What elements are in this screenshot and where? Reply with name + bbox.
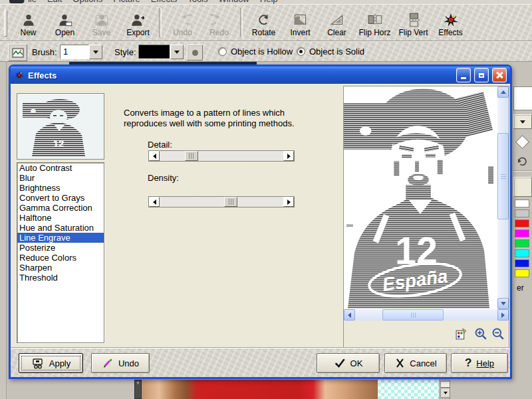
effects-list[interactable]: Auto Contrast Blur Brightness Convert to… <box>17 162 104 343</box>
side-divider <box>513 170 531 172</box>
maximize-button[interactable] <box>474 68 489 82</box>
left-panel-edge <box>0 62 7 399</box>
scroll-down-button[interactable] <box>497 298 509 309</box>
invert-icon <box>292 13 309 27</box>
eraser-tool-icon[interactable] <box>515 135 529 149</box>
scrollbar-thumb[interactable] <box>440 381 450 388</box>
radio-hollow[interactable] <box>218 47 227 56</box>
minimize-button[interactable] <box>456 68 471 82</box>
effects-list-item[interactable]: Blur <box>17 173 104 183</box>
undo-effect-button[interactable]: Undo <box>91 353 150 373</box>
canvas-vertical-scrollbar[interactable] <box>439 380 450 399</box>
save-button[interactable]: Save <box>83 5 120 41</box>
effects-list-item[interactable]: Sharpen <box>17 263 104 273</box>
density-slider-thumb[interactable] <box>224 197 237 207</box>
palette-swatch-white[interactable] <box>515 200 529 207</box>
scroll-up-button[interactable] <box>497 86 509 98</box>
image-tool-button[interactable] <box>8 44 27 61</box>
detail-slider-thumb[interactable] <box>185 151 198 161</box>
palette-swatch-blue[interactable] <box>515 259 529 267</box>
flip-vert-button[interactable]: Flip Vert <box>394 5 432 41</box>
effects-button[interactable]: Effects <box>432 5 469 41</box>
palette-swatch-gray[interactable] <box>515 209 529 217</box>
brush-dropdown-button[interactable] <box>89 45 102 59</box>
palette-swatch-green[interactable] <box>515 239 529 247</box>
scroll-right-button[interactable] <box>497 309 509 321</box>
style-dropdown-button[interactable] <box>170 45 184 59</box>
flip-vert-label: Flip Vert <box>398 29 428 37</box>
effects-list-item-selected[interactable]: Line Engrave <box>17 233 104 243</box>
density-slider[interactable] <box>148 196 295 207</box>
effects-label: Effects <box>438 29 462 37</box>
scroll-down-button[interactable] <box>440 388 450 398</box>
chevron-down-icon <box>520 120 525 124</box>
density-decrease-button[interactable] <box>149 197 160 207</box>
redo-button[interactable]: Redo <box>201 5 237 41</box>
zoom-out-icon[interactable] <box>491 327 505 340</box>
open-button[interactable]: Open <box>47 5 83 41</box>
detail-increase-button[interactable] <box>283 151 294 161</box>
flip-horz-label: Flip Horz <box>358 29 390 37</box>
palette-swatch-yellow[interactable] <box>515 269 529 277</box>
invert-button[interactable]: Invert <box>282 5 319 41</box>
effects-list-item[interactable]: Auto Contrast <box>17 163 104 173</box>
clear-label: Clear <box>327 29 346 37</box>
canvas-transparency-checker <box>378 380 439 399</box>
svg-text:12: 12 <box>53 138 65 149</box>
close-button[interactable] <box>492 68 507 82</box>
dialog-titlebar[interactable]: Effects <box>11 66 510 84</box>
help-button[interactable]: ? Help <box>451 353 508 373</box>
toolbar-grip[interactable] <box>4 10 7 37</box>
rotate-label: Rotate <box>252 29 275 37</box>
undo-button[interactable]: Undo <box>164 5 201 41</box>
style-label: Style: <box>114 47 136 57</box>
effects-list-item[interactable]: Convert to Grays <box>17 193 104 203</box>
palette-swatch-red[interactable] <box>515 219 529 227</box>
side-panel-box <box>513 86 532 110</box>
crayon-icon <box>102 357 114 369</box>
clear-button[interactable]: Clear <box>319 5 355 41</box>
ok-label: OK <box>350 358 363 368</box>
scrollbar-thumb[interactable] <box>497 133 509 219</box>
side-partial-label: er <box>517 283 524 293</box>
effects-list-item[interactable]: Gamma Correction <box>17 203 104 213</box>
rotate-button[interactable]: Rotate <box>245 5 282 41</box>
ok-button[interactable]: OK <box>317 353 380 373</box>
color-picker-icon[interactable] <box>455 328 467 340</box>
object-solid-option[interactable]: Object is Solid <box>297 47 364 57</box>
radio-solid[interactable] <box>297 47 305 56</box>
save-label: Save <box>92 29 110 37</box>
effects-dialog: Effects 12 Auto Contrast Blur B <box>9 65 512 379</box>
side-dropdown-button[interactable] <box>513 114 532 129</box>
apply-button[interactable]: Apply <box>19 353 83 373</box>
scroll-left-button[interactable] <box>344 309 355 321</box>
effects-list-item[interactable]: Halftone <box>17 213 104 223</box>
color-dot-button[interactable] <box>187 45 203 61</box>
cancel-button[interactable]: Cancel <box>384 353 447 373</box>
refresh-arrows-icon[interactable] <box>516 155 528 167</box>
chevron-left-icon <box>153 200 156 205</box>
invert-label: Invert <box>290 29 310 37</box>
effects-list-item[interactable]: Reduce Colors <box>17 253 104 263</box>
export-button[interactable]: Export <box>120 5 156 41</box>
density-increase-button[interactable] <box>283 197 294 207</box>
effects-list-item[interactable]: Threshold <box>17 273 104 283</box>
flip-horz-button[interactable]: Flip Horz <box>355 5 394 41</box>
brush-select[interactable]: 1 <box>60 45 102 59</box>
effects-list-item[interactable]: Posterize <box>17 243 104 253</box>
detail-slider[interactable] <box>148 150 295 162</box>
object-hollow-option[interactable]: Object is Hollow <box>218 47 293 57</box>
new-label: New <box>20 29 36 37</box>
new-button[interactable]: New <box>10 5 47 41</box>
effects-list-item[interactable]: Brightness <box>17 183 104 193</box>
style-select[interactable] <box>138 45 184 59</box>
preview-horizontal-scrollbar[interactable] <box>344 309 509 321</box>
effects-list-item[interactable]: Hue and Saturation <box>17 223 104 233</box>
palette-swatch-magenta[interactable] <box>515 229 529 237</box>
scrollbar-thumb[interactable] <box>382 309 444 321</box>
detail-decrease-button[interactable] <box>149 151 160 161</box>
palette-swatch-cyan[interactable] <box>515 249 529 257</box>
preview-vertical-scrollbar[interactable] <box>497 86 509 309</box>
side-tool-button[interactable] <box>513 177 532 197</box>
zoom-in-icon[interactable] <box>474 327 487 340</box>
